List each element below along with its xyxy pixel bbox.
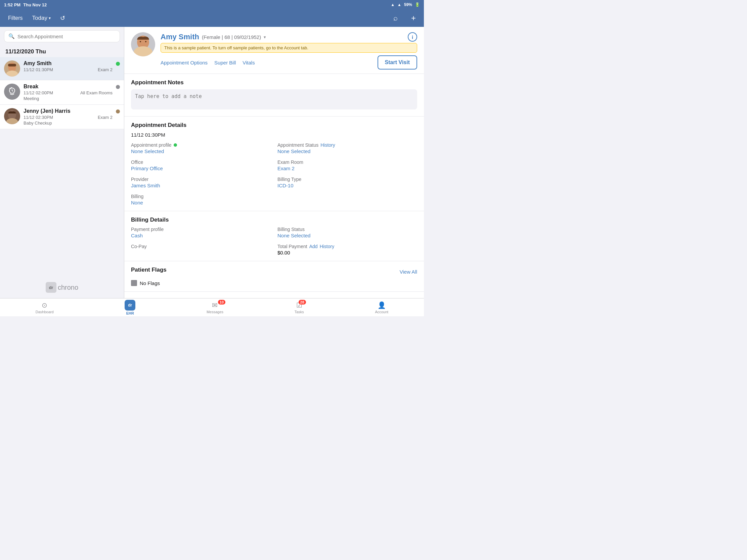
appt-time-jenny: 11/12 02:30PM <box>24 115 53 120</box>
appt-room-jenny: Exam 2 <box>98 115 112 120</box>
appt-info-break: Break 11/12 02:00PM All Exam Rooms Meeti… <box>24 84 112 101</box>
status-bar: 1:52 PM Thu Nov 12 ▲ ▲ 59% 🔋 <box>0 0 424 9</box>
start-visit-button[interactable]: Start Visit <box>378 55 417 70</box>
appt-time-break: 11/12 02:00PM <box>24 90 53 95</box>
logo-area: dr chrono <box>0 277 124 298</box>
appointment-status-value[interactable]: None Selected <box>278 149 417 154</box>
billing-type-field: Billing Type ICD-10 <box>278 177 417 188</box>
billing-details-section: Billing Details Payment profile Cash Bil… <box>124 211 424 261</box>
profile-green-dot <box>174 143 177 147</box>
appointment-list: Amy Smith 11/12 01:30PM Exam 2 <box>0 57 124 277</box>
add-payment-link[interactable]: Add <box>309 244 318 249</box>
account-icon: 👤 <box>378 301 386 309</box>
appointment-status-field: Appointment Status History None Selected <box>278 142 417 154</box>
billing-details-title: Billing Details <box>131 217 417 223</box>
battery-status: 59% <box>404 2 412 7</box>
appt-time-row-amy: 11/12 01:30PM Exam 2 <box>24 67 112 72</box>
appt-name-amy: Amy Smith <box>24 60 112 66</box>
appointment-profile-field: Appointment profile None Selected <box>131 142 271 154</box>
avatar-break <box>4 84 20 100</box>
appointment-status-label: Appointment Status <box>278 142 318 148</box>
exam-room-label: Exam Room <box>278 159 417 165</box>
payment-profile-value[interactable]: Cash <box>131 233 271 238</box>
billing-label: Billing <box>131 194 271 199</box>
patient-meta: (Female | 68 | 09/02/1952) <box>202 34 261 40</box>
super-bill-link[interactable]: Super Bill <box>214 60 236 65</box>
appt-name-jenny: Jenny (Jen) Harris <box>24 108 112 114</box>
flag-icon <box>131 280 137 286</box>
appointment-notes-section: Appointment Notes <box>124 74 424 116</box>
tab-account-label: Account <box>375 310 388 314</box>
search-box: 🔍 <box>4 30 120 42</box>
info-icon[interactable]: i <box>408 32 417 42</box>
tab-ehr-label: EHR <box>126 311 134 315</box>
appointment-item-jenny[interactable]: Jenny (Jen) Harris 11/12 02:30PM Exam 2 … <box>0 105 124 129</box>
appt-time-row-jenny: 11/12 02:30PM Exam 2 <box>24 115 112 120</box>
appt-time-row-break: 11/12 02:00PM All Exam Rooms <box>24 90 112 95</box>
appt-room-amy: Exam 2 <box>98 67 112 72</box>
patient-header-info: Amy Smith (Female | 68 | 09/02/1952) ▾ i… <box>160 32 417 70</box>
billing-status-label: Billing Status <box>278 226 417 232</box>
appointment-profile-value[interactable]: None Selected <box>131 149 271 154</box>
add-button[interactable]: + <box>408 12 418 24</box>
tab-dashboard[interactable]: ⊙ Dashboard <box>30 300 59 315</box>
tab-messages-label: Messages <box>207 310 223 314</box>
svg-rect-2 <box>8 64 16 66</box>
total-payment-value: $0.00 <box>278 250 417 256</box>
billing-value[interactable]: None <box>131 200 271 206</box>
search-input[interactable] <box>18 33 115 39</box>
appt-info-amy: Amy Smith 11/12 01:30PM Exam 2 <box>24 60 112 72</box>
chevron-down-icon: ▾ <box>49 16 51 21</box>
tab-ehr[interactable]: dr EHR <box>119 298 141 317</box>
search-button[interactable]: ⌕ <box>391 12 401 24</box>
patient-avatar-large <box>131 32 155 56</box>
appointment-notes-title: Appointment Notes <box>131 79 417 86</box>
provider-value[interactable]: James Smith <box>131 183 271 188</box>
tab-messages[interactable]: 10 ✉ Messages <box>201 300 229 315</box>
status-dot-amy <box>116 62 120 66</box>
nav-today[interactable]: Today ▾ <box>32 15 51 22</box>
status-bar-right: ▲ ▲ 59% 🔋 <box>391 2 420 7</box>
billing-status-value[interactable]: None Selected <box>278 233 417 238</box>
payment-profile-field: Payment profile Cash <box>131 226 271 238</box>
appt-time-amy: 11/12 01:30PM <box>24 67 53 72</box>
patient-flags-section: Patient Flags View All No Flags <box>124 261 424 292</box>
appointment-notes-input[interactable] <box>131 89 417 109</box>
exam-room-value[interactable]: Exam 2 <box>278 165 417 171</box>
status-dot-break <box>116 85 120 89</box>
patient-name[interactable]: Amy Smith <box>160 32 199 41</box>
tab-bar: ⊙ Dashboard dr EHR 10 ✉ Messages 28 ☑ Ta… <box>0 298 424 316</box>
payment-history-link[interactable]: History <box>320 244 335 249</box>
office-value[interactable]: Primary Office <box>131 165 271 171</box>
status-time: 1:52 PM <box>4 2 21 7</box>
refresh-button[interactable]: ↺ <box>57 13 68 23</box>
sample-patient-banner: This is a sample patient. To turn off sa… <box>160 43 417 53</box>
status-date: Thu Nov 12 <box>23 2 47 7</box>
nav-bar: Filters Today ▾ ↺ ⌕ + <box>0 9 424 27</box>
vitals-link[interactable]: Vitals <box>242 60 255 65</box>
patient-header: Amy Smith (Female | 68 | 09/02/1952) ▾ i… <box>124 27 424 74</box>
date-header: 11/12/2020 Thu <box>0 46 124 57</box>
avatar-jenny <box>4 108 20 124</box>
billing-type-value[interactable]: ICD-10 <box>278 183 417 188</box>
tab-tasks[interactable]: 28 ☑ Tasks <box>289 300 309 315</box>
appointment-item-amy[interactable]: Amy Smith 11/12 01:30PM Exam 2 <box>0 57 124 80</box>
appointment-details-section: Appointment Details 11/12 01:30PM Appoin… <box>124 116 424 211</box>
flag-text: No Flags <box>140 280 160 286</box>
tab-account[interactable]: 👤 Account <box>369 300 394 315</box>
billing-field: Billing None <box>131 194 271 206</box>
ehr-icon: dr <box>125 300 135 311</box>
provider-label: Provider <box>131 177 271 182</box>
appt-note-break: Meeting <box>24 96 112 101</box>
office-field: Office Primary Office <box>131 159 271 171</box>
appt-note-jenny: Baby Checkup <box>24 121 112 126</box>
appointment-status-history-link[interactable]: History <box>320 142 335 148</box>
appointment-item-break[interactable]: Break 11/12 02:00PM All Exam Rooms Meeti… <box>0 80 124 105</box>
view-all-flags-link[interactable]: View All <box>400 269 417 275</box>
appointment-options-link[interactable]: Appointment Options <box>160 60 208 65</box>
patient-action-links: Appointment Options Super Bill Vitals St… <box>160 55 417 70</box>
copay-label: Co-Pay <box>131 244 271 249</box>
svg-line-5 <box>12 91 13 91</box>
filters-button[interactable]: Filters <box>5 14 26 23</box>
tab-dashboard-label: Dashboard <box>35 310 54 314</box>
